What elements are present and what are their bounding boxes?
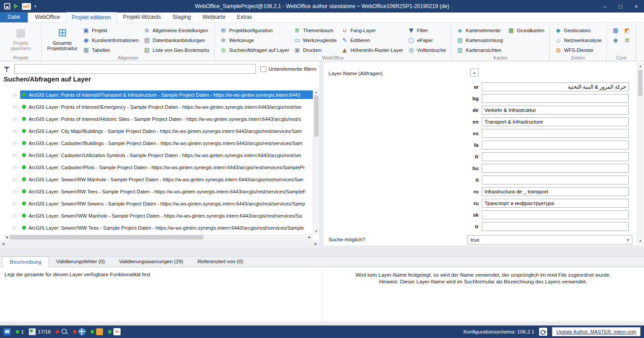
ribbon-button-kartenansichten[interactable]: ▥Kartenansichten	[454, 45, 505, 55]
ribbon-button-werkzeugleiste[interactable]: ▭Werkzeugleiste	[291, 35, 339, 45]
ribbon-button-filter[interactable]: ▼Filter	[405, 26, 448, 35]
tree-item[interactable]: ▷ArcGIS Layer: City Map//Buildings - Sam…	[0, 125, 313, 137]
layer-name-input-ar[interactable]	[482, 82, 629, 91]
scrollbar-thumb[interactable]	[314, 95, 319, 137]
scroll-down-icon[interactable]: ▼	[637, 238, 644, 244]
tree-item[interactable]: ▷ArcGIS Layer: Points of Interest//Trans…	[0, 89, 313, 101]
ribbon-tab-staging[interactable]: Staging	[167, 12, 197, 22]
maximize-button[interactable]: □	[613, 0, 628, 13]
layer-name-input-en[interactable]	[482, 117, 629, 126]
scroll-left-icon[interactable]: ◀	[4, 234, 10, 240]
update-author-link[interactable]: Update Author, MASTER, intern only	[552, 327, 640, 336]
tree-item[interactable]: ▷ArcGIS Layer: Points of Interest//Histo…	[0, 113, 313, 125]
form-scroll-up-button[interactable]: ▲	[470, 68, 479, 77]
status-item-weboffice-service-icon[interactable]	[108, 328, 121, 335]
ribbon-button-liste-von-geo-bookmarks[interactable]: ▤Liste von Geo-Bookmarks	[141, 45, 212, 55]
expand-icon[interactable]: ▷	[13, 165, 20, 170]
ribbon-button-core-sort-icon[interactable]: ≣	[621, 35, 633, 45]
expand-icon[interactable]: ▷	[13, 128, 20, 133]
subelement-filter-checkbox[interactable]	[260, 66, 266, 72]
ribbon-button-core-window-icon[interactable]: ▦	[609, 26, 621, 35]
tree-item[interactable]: ▷ArcGIS Layer: Sewer//WW Manhole - Sampl…	[0, 210, 313, 222]
key-icon[interactable]	[539, 328, 547, 336]
expand-icon[interactable]: ▷	[13, 213, 20, 218]
layer-name-input-tr[interactable]	[482, 222, 629, 231]
panel-horizontal-scrollbar[interactable]: ◀ ▶	[0, 240, 319, 247]
bottom-tab-beschreibung[interactable]: Beschreibung	[2, 257, 49, 267]
quick-access-dropdown-icon[interactable]: ▾	[35, 4, 37, 9]
ribbon-tab-weboffice[interactable]: WebOffice	[29, 12, 66, 22]
ribbon-button-projektkonfiguration[interactable]: ⊞Projektkonfiguration	[217, 26, 291, 35]
scrollbar-thumb[interactable]	[638, 70, 643, 96]
layer-name-input-sk[interactable]	[482, 210, 629, 219]
ribbon-button-kartenelemente[interactable]: ◈Kartenelemente	[454, 26, 505, 35]
expand-icon[interactable]: ▷	[13, 92, 20, 97]
ribbon-button-höheninfo-raster-layer[interactable]: ▲Höheninfo-Raster-Layer	[339, 45, 405, 55]
expand-icon[interactable]: ▷	[13, 116, 20, 121]
scroll-right-icon[interactable]: ▶	[313, 241, 319, 247]
scroll-down-icon[interactable]: ▼	[313, 228, 319, 234]
scroll-up-icon[interactable]: ▲	[637, 63, 644, 69]
tree-item[interactable]: ▷ArcGIS Layer: Sewer//RW Manhole - Sampl…	[0, 173, 313, 185]
tree-item[interactable]: ▷ArcGIS Layer: Sewer//WW Tees - Sample P…	[0, 222, 313, 234]
scroll-up-icon[interactable]: ▲	[313, 89, 319, 95]
tree-item[interactable]: ▷ArcGIS Layer: Sewer//RW Tees - Sample P…	[0, 185, 313, 197]
layer-name-input-de[interactable]	[482, 106, 629, 115]
expand-icon[interactable]: ▷	[13, 153, 20, 158]
ribbon-button-editieren[interactable]: ✎Editieren	[339, 35, 405, 45]
minimize-button[interactable]: –	[597, 0, 613, 13]
ribbon-button-volltextsuche[interactable]: ◎Volltextsuche	[405, 45, 448, 55]
ribbon-button-kundeninformationen[interactable]: ◉Kundeninformationen	[80, 35, 141, 45]
ribbon-button-kartensammlung[interactable]: ▥Kartensammlung	[454, 35, 505, 45]
search-possible-select[interactable]: true ▾	[467, 235, 632, 244]
layer-name-input-bg[interactable]	[482, 94, 629, 103]
save-icon[interactable]	[4, 3, 10, 9]
layer-name-input-fa[interactable]	[482, 141, 629, 150]
scroll-right-icon[interactable]: ▶	[307, 234, 313, 240]
ribbon-tab-projekt-editieren[interactable]: Projekt editieren	[66, 12, 117, 23]
ribbon-button-core-design-icon[interactable]: ◩	[621, 26, 633, 35]
bottom-tab-validierungswarnungen-29[interactable]: Validierungswarnungen (29)	[112, 257, 190, 267]
scrollbar-track[interactable]	[10, 234, 307, 240]
ribbon-button-wfs-dienste[interactable]: ◍WFS-Dienste	[553, 45, 604, 55]
layer-name-input-es[interactable]	[482, 129, 629, 138]
tree-item[interactable]: ▷ArcGIS Layer: Cadaster//Plots - Sample …	[0, 161, 313, 173]
ribbon-tab-webkarte[interactable]: Webkarte	[197, 12, 231, 22]
ribbon-button-projekt[interactable]: ▣Projekt	[80, 26, 141, 35]
layer-name-input-it[interactable]	[482, 175, 629, 184]
layer-name-input-ro[interactable]	[482, 187, 629, 196]
tree-item[interactable]: ▷ArcGIS Layer: Points of Interest//Emerg…	[0, 101, 313, 113]
ribbon-tab-datei[interactable]: Datei	[0, 12, 28, 22]
expand-icon[interactable]: ▷	[13, 104, 20, 109]
ribbon-button-epaper[interactable]: ▢ePaper	[405, 35, 448, 45]
ribbon-button-gesamte-projektstruktur[interactable]: ⊞Gesamte Projektstruktur	[44, 24, 80, 51]
status-item-monitor-icon[interactable]	[4, 328, 11, 335]
bottom-tab-validierungsfehler-0[interactable]: Validierungsfehler (0)	[49, 257, 112, 267]
ribbon-button-allgemeine-einstellungen[interactable]: ⊛Allgemeine Einstellungen	[141, 26, 212, 35]
scrollbar-track[interactable]	[6, 240, 313, 247]
status-item-grid-status-icon[interactable]: 17/18	[29, 328, 51, 335]
close-button[interactable]: ×	[628, 0, 644, 13]
ribbon-tab-projekt-wizards[interactable]: Projekt-Wizards	[117, 12, 167, 22]
tree-item[interactable]: ▷ArcGIS Layer: Cadaster//Buildings - Sam…	[0, 137, 313, 149]
tree-vertical-scrollbar[interactable]: ▲ ▼	[313, 89, 319, 234]
expand-icon[interactable]: ▷	[13, 177, 20, 182]
ribbon-button-suchen-abfragen-auf-layer[interactable]: ◎Suchen/Abfragen auf Layer	[217, 45, 291, 55]
expand-icon[interactable]: ▷	[13, 225, 20, 230]
scroll-left-icon[interactable]: ◀	[0, 241, 6, 247]
run-icon[interactable]	[14, 4, 18, 9]
ribbon-button-grundkarten[interactable]: ▦Grundkarten	[505, 26, 546, 35]
bottom-tab-referenziert-von-0[interactable]: Referenziert von (0)	[190, 257, 251, 267]
expand-icon[interactable]: ▷	[13, 141, 20, 145]
ribbon-button-datenbankanbindungen[interactable]: ▤Datenbankanbindungen	[141, 35, 212, 45]
status-item-package-service-icon[interactable]	[91, 328, 103, 335]
ribbon-button-werkzeuge[interactable]: ⊕Werkzeuge	[217, 35, 291, 45]
layer-name-input-hu[interactable]	[482, 164, 629, 173]
ribbon-button-netzwerkanalyse[interactable]: ◇Netzwerkanalyse	[553, 35, 604, 45]
filter-input[interactable]	[14, 64, 256, 74]
scrollbar-thumb[interactable]	[10, 235, 203, 240]
expand-icon[interactable]: ▷	[13, 201, 20, 206]
property-vertical-scrollbar[interactable]: ▲ ▼	[637, 63, 644, 244]
status-item-indicator-1[interactable]: 1	[16, 329, 24, 334]
tree-horizontal-scrollbar[interactable]: ◀ ▶	[4, 234, 313, 240]
